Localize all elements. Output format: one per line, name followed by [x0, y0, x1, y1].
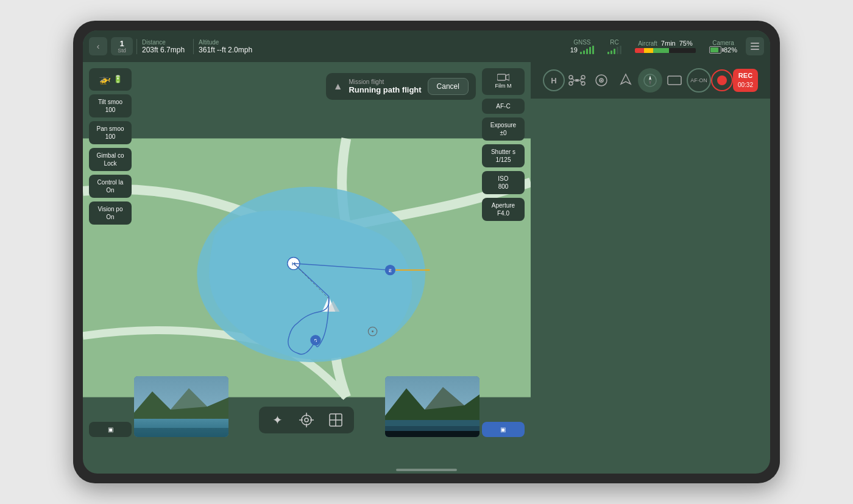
- tablet-frame: ‹ 1 Std Distance 203ft 6.7mph Altitude 3…: [73, 21, 780, 483]
- main-area: H E S: [83, 62, 770, 474]
- rec-stop-button[interactable]: [711, 69, 733, 91]
- compass-button[interactable]: [638, 68, 662, 93]
- svg-point-41: [581, 75, 585, 79]
- left-panel: 🚁 🔋 Tilt smoo 100 Pan smoo 100 Gimbal co: [89, 68, 132, 437]
- bottom-bar: H: [531, 62, 770, 99]
- af-c-button[interactable]: AF-C: [482, 99, 525, 114]
- mission-text: Mission flight Running path flight: [349, 79, 421, 94]
- svg-marker-48: [621, 74, 631, 84]
- map-controls: ✦: [259, 407, 354, 433]
- mission-icon: ▲: [333, 81, 343, 92]
- drone-button[interactable]: [565, 68, 589, 93]
- distance-group: Distance 203ft 6.7mph: [136, 39, 189, 54]
- map-container[interactable]: H E S: [83, 62, 531, 474]
- home-button[interactable]: H: [543, 69, 565, 91]
- video-thumb-left[interactable]: [134, 376, 228, 437]
- tilt-smooth-button[interactable]: Tilt smoo 100: [89, 94, 132, 117]
- iso-button[interactable]: ISO 800: [482, 171, 525, 194]
- back-button[interactable]: ‹: [89, 37, 107, 55]
- rec-timer-button[interactable]: REC 00:32: [733, 69, 758, 91]
- svg-rect-44: [575, 79, 579, 82]
- camera-battery: 82%: [709, 46, 737, 54]
- camera-group: Camera 82%: [704, 40, 742, 54]
- rec-dot-icon: [717, 75, 727, 85]
- svg-marker-15: [506, 74, 509, 80]
- target-nav-button[interactable]: [589, 68, 614, 93]
- exposure-button[interactable]: Exposure ±0: [482, 117, 525, 141]
- vision-po-button[interactable]: Vision po On: [89, 201, 132, 225]
- aperture-button[interactable]: Aperture F4.0: [482, 198, 525, 221]
- altitude-group: Altitude 361ft --ft 2.0mph: [193, 39, 257, 54]
- rc-signal: [607, 46, 621, 54]
- display-right-button[interactable]: ▣: [482, 422, 525, 437]
- svg-point-27: [302, 415, 311, 425]
- right-panel: Film M AF-C Exposure ±0 Shutter s 1/125: [482, 68, 525, 437]
- svg-point-28: [305, 418, 308, 422]
- svg-rect-20: [134, 428, 228, 437]
- gnss-group: GNSS 19: [565, 39, 599, 54]
- target-button[interactable]: [298, 411, 315, 429]
- display-left-button[interactable]: ▣: [89, 422, 132, 437]
- tablet-screen: ‹ 1 Std Distance 203ft 6.7mph Altitude 3…: [83, 30, 770, 474]
- svg-rect-14: [497, 74, 506, 80]
- aircraft-battery: [635, 48, 696, 53]
- film-mode-button[interactable]: Film M: [482, 68, 525, 95]
- svg-text:E: E: [389, 268, 392, 273]
- menu-button[interactable]: [746, 37, 764, 55]
- brightness-button[interactable]: ✦: [269, 411, 286, 429]
- home-indicator: [396, 469, 457, 471]
- af-on-button[interactable]: AF·ON: [687, 68, 711, 93]
- svg-point-43: [581, 82, 585, 85]
- arrow-up-button[interactable]: [614, 68, 638, 93]
- control-la-button[interactable]: Control la On: [89, 175, 132, 198]
- gnss-signal: [580, 46, 594, 54]
- gimbal-control-button[interactable]: Gimbal co Lock: [89, 148, 132, 171]
- cancel-button[interactable]: Cancel: [428, 78, 469, 95]
- svg-point-47: [600, 80, 602, 82]
- pan-smooth-button[interactable]: Pan smoo 100: [89, 121, 132, 144]
- svg-point-40: [569, 75, 573, 79]
- layout-button[interactable]: [327, 411, 344, 429]
- svg-point-42: [569, 82, 573, 85]
- svg-rect-52: [668, 76, 681, 85]
- svg-point-13: [372, 331, 373, 332]
- svg-rect-26: [385, 431, 480, 437]
- drone-control-button[interactable]: 🚁 🔋: [89, 68, 132, 91]
- shutter-button[interactable]: Shutter s 1/125: [482, 144, 525, 167]
- rc-group: RC: [603, 39, 626, 54]
- video-thumb-right[interactable]: [385, 376, 480, 437]
- rectangle-button[interactable]: [662, 68, 687, 93]
- std-badge: 1 Std: [111, 37, 133, 55]
- mission-overlay: ▲ Mission flight Running path flight Can…: [326, 73, 476, 100]
- status-bar: ‹ 1 Std Distance 203ft 6.7mph Altitude 3…: [83, 30, 770, 62]
- aircraft-group: Aircraft 7min 75%: [630, 40, 701, 53]
